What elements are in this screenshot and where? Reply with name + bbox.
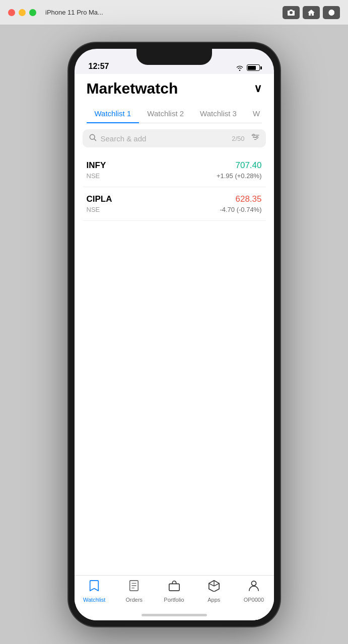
orders-nav-icon (128, 580, 140, 595)
maximize-button[interactable] (29, 9, 36, 16)
status-icons (236, 64, 260, 71)
status-time: 12:57 (89, 62, 109, 71)
notch (136, 49, 212, 65)
svg-line-1 (94, 139, 96, 141)
home-indicator (142, 614, 207, 616)
tab-watchlist1[interactable]: Watchlist 1 (87, 105, 140, 123)
search-bar[interactable]: Search & add 2/50 (83, 129, 266, 147)
search-icon (89, 133, 97, 143)
stock-change-infy: +1.95 (+0.28%) (217, 172, 262, 180)
stock-left-infy: INFY NSE (87, 160, 106, 180)
desktop: iPhone 11 Pro Ma... (0, 0, 348, 644)
profile-nav-icon (248, 580, 259, 595)
tab-watchlist2[interactable]: Watchlist 2 (139, 105, 192, 123)
apps-nav-icon (208, 580, 220, 595)
nav-portfolio[interactable]: Portfolio (154, 580, 194, 603)
home-icon-btn[interactable] (303, 6, 320, 19)
nav-label-watchlist: Watchlist (83, 597, 105, 603)
stock-right-cipla: 628.35 -4.70 (-0.74%) (220, 194, 261, 213)
app-title-row: Marketwatch ∨ (87, 80, 262, 97)
nav-label-apps: Apps (207, 597, 220, 603)
nav-apps[interactable]: Apps (194, 580, 234, 603)
stock-name-infy: INFY (87, 160, 106, 171)
search-count: 2/50 (232, 135, 244, 142)
titlebar: iPhone 11 Pro Ma... (0, 0, 348, 25)
wifi-icon (236, 65, 244, 71)
app-header: Marketwatch ∨ Watchlist 1 Watchlist 2 (75, 74, 274, 123)
nav-orders[interactable]: Orders (114, 580, 154, 603)
search-placeholder[interactable]: Search & add (101, 134, 228, 143)
chevron-down-icon[interactable]: ∨ (254, 82, 262, 95)
stock-name-cipla: CIPLA (87, 194, 112, 204)
stock-item-infy[interactable]: INFY NSE 707.40 +1.95 (+0.28%) (83, 153, 266, 187)
app-content: Marketwatch ∨ Watchlist 1 Watchlist 2 (75, 74, 274, 620)
tab-watchlist3[interactable]: Watchlist 3 (192, 105, 245, 123)
svg-point-6 (256, 136, 258, 138)
stock-price-infy: 707.40 (236, 160, 262, 171)
close-button[interactable] (8, 9, 15, 16)
svg-point-15 (251, 581, 256, 586)
phone-screen: 12:57 (75, 49, 274, 620)
app-title: Marketwatch (87, 80, 178, 97)
stock-left-cipla: CIPLA NSE (87, 194, 112, 213)
back-icon-btn[interactable] (323, 6, 340, 19)
nav-label-portfolio: Portfolio (164, 597, 184, 603)
watchlist-tabs: Watchlist 1 Watchlist 2 Watchlist 3 W (87, 105, 262, 123)
stock-item-cipla[interactable]: CIPLA NSE 628.35 -4.70 (-0.74%) (83, 187, 266, 221)
titlebar-icons (283, 6, 340, 19)
battery-icon (247, 64, 260, 71)
portfolio-nav-icon (168, 580, 180, 595)
stock-list: INFY NSE 707.40 +1.95 (+0.28%) CIPLA (75, 153, 274, 387)
minimize-button[interactable] (19, 9, 26, 16)
stock-change-cipla: -4.70 (-0.74%) (220, 206, 261, 213)
nav-label-orders: Orders (125, 597, 143, 603)
stock-right-infy: 707.40 +1.95 (+0.28%) (217, 160, 262, 180)
stock-exchange-infy: NSE (87, 172, 106, 180)
tab-watchlist4[interactable]: W (245, 105, 268, 123)
window-title: iPhone 11 Pro Ma... (45, 9, 277, 16)
phone-frame: 12:57 (68, 25, 280, 644)
nav-label-profile: OP0000 (244, 597, 264, 603)
filter-icon[interactable] (251, 133, 260, 143)
nav-profile[interactable]: OP0000 (234, 580, 273, 603)
stock-exchange-cipla: NSE (87, 206, 112, 213)
stock-price-cipla: 628.35 (236, 194, 262, 204)
iphone-device: 12:57 (68, 43, 280, 626)
camera-icon-btn[interactable] (283, 6, 300, 19)
svg-rect-11 (169, 584, 179, 591)
svg-line-13 (209, 583, 214, 586)
svg-point-5 (252, 134, 254, 136)
traffic-lights (8, 9, 36, 16)
svg-line-14 (214, 583, 219, 586)
nav-watchlist[interactable]: Watchlist (75, 580, 114, 603)
watchlist-nav-icon (89, 580, 100, 595)
